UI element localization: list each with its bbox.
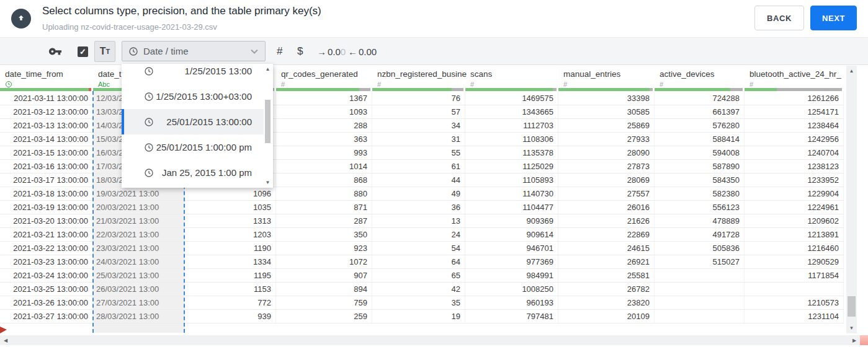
cell-date_t: 26/03/2021 13:00: [93, 283, 185, 296]
cell-manual_entries: 28090: [558, 146, 655, 159]
clock-icon: [144, 92, 154, 102]
text-type-glyph-small: T: [106, 48, 110, 55]
format-option-label: 25/01/2015 1:00:00 pm: [154, 142, 252, 152]
decimal-value: 0.0: [328, 46, 341, 57]
cell-date_time_from: 2021-03-22 13:00:00: [0, 242, 93, 255]
cell-manual_entries: 30585: [558, 105, 655, 118]
cell-col-2: 1153: [185, 283, 276, 296]
cell-manual_entries: 23820: [558, 296, 655, 309]
datetime-format-select[interactable]: Date / time: [122, 41, 266, 61]
cell-date_t: 21/03/2021 13:00: [93, 214, 185, 227]
error-marker-icon: [0, 327, 7, 333]
upload-status-text: Uploading nz-covid-tracer-usage-2021-03-…: [42, 22, 217, 32]
cell-active_devices: [655, 296, 745, 309]
cell-manual_entries: 33398: [558, 92, 655, 105]
cell-active_devices: 724288: [655, 92, 745, 105]
column-header-date_time_from[interactable]: date_time_from: [0, 65, 93, 91]
cell-bluetooth_active_24_hr_: 1242956: [745, 133, 844, 146]
cell-col-2: 1313: [185, 214, 276, 227]
cell-date_t: 20/03/2021 13:00: [93, 201, 185, 214]
scroll-right-icon[interactable]: ▶: [850, 338, 859, 343]
primary-key-icon[interactable]: [48, 38, 62, 65]
cell-col-2: 1334: [185, 255, 276, 268]
corner-indicator: [860, 335, 868, 345]
cell-date_t: 27/03/2021 13:00: [93, 296, 185, 309]
horizontal-scrollbar[interactable]: ◀ ▶: [0, 335, 868, 345]
next-button[interactable]: NEXT: [810, 6, 857, 30]
table-row: 2021-03-21 13:00:0022/03/2021 13:0012033…: [0, 228, 844, 242]
selection-dash-left: [92, 91, 94, 333]
number-type-icon[interactable]: #: [277, 38, 282, 65]
back-button[interactable]: BACK: [754, 6, 804, 30]
quality-bar-segment-green: [745, 88, 777, 91]
scroll-up-icon[interactable]: ▲: [846, 68, 857, 74]
quality-bar-segment-red: [89, 88, 91, 91]
cell-qr_codes_generated: 288: [276, 119, 372, 132]
column-header-bluetooth_active_24_hr_[interactable]: bluetooth_active_24_hr_#: [745, 65, 844, 91]
boolean-type-checkbox[interactable]: ✓: [78, 38, 88, 65]
datetime-format-option[interactable]: 25/01/2015 1:00:00 pm: [122, 134, 264, 160]
table-row: 2021-03-23 13:00:0024/03/2021 13:0013341…: [0, 255, 844, 269]
table-row: 2021-03-25 13:00:0026/03/2021 13:0011538…: [0, 283, 844, 296]
datetime-format-option[interactable]: 1/25/2015 13:00: [122, 64, 264, 84]
column-header-qr_codes_generated[interactable]: qr_codes_generated#: [276, 65, 372, 91]
column-header-active_devices[interactable]: active_devices#: [655, 65, 745, 91]
cell-date_time_from: 2021-03-26 13:00:00: [0, 296, 93, 309]
column-name: manual_entries: [563, 69, 620, 79]
cell-qr_codes_generated: 894: [276, 283, 372, 296]
arrow-left-icon: ←: [348, 46, 357, 57]
quality-bar-segment-gray: [777, 88, 842, 91]
cell-date_time_from: 2021-03-24 13:00:00: [0, 269, 93, 282]
decrease-decimal-button[interactable]: ←0.00: [348, 38, 377, 65]
quality-bar-segment-gray: [452, 88, 463, 91]
cell-date_time_from: 2021-03-13 13:00:00: [0, 119, 93, 132]
column-header-manual_entries[interactable]: manual_entries#: [558, 65, 655, 91]
cell-active_devices: 505836: [655, 242, 745, 255]
cell-date_time_from: 2021-03-12 13:00:00: [0, 105, 93, 118]
cell-active_devices: 478889: [655, 214, 745, 227]
cell-active_devices: 515027: [655, 255, 745, 268]
increase-decimal-button[interactable]: →0.00: [317, 38, 346, 65]
cell-active_devices: 594008: [655, 146, 745, 159]
cell-scans: 1112703: [465, 119, 558, 132]
quality-bar-segment-green: [276, 88, 359, 91]
vertical-scrollbar-thumb[interactable]: [848, 296, 856, 317]
cell-active_devices: [655, 269, 745, 282]
cell-scans: 1135378: [465, 146, 558, 159]
scroll-down-icon[interactable]: ▼: [846, 325, 857, 331]
text-type-button[interactable]: TT: [94, 41, 115, 62]
cell-date_t: 19/03/2021 13:00: [93, 187, 185, 200]
cell-scans: 1105893: [465, 174, 558, 187]
currency-type-icon[interactable]: $: [297, 38, 303, 65]
column-quality-bar: [372, 88, 464, 91]
scroll-left-icon[interactable]: ◀: [1, 338, 10, 343]
cell-col-2: 772: [185, 296, 276, 309]
datetime-format-option[interactable]: 25/01/2015 13:00:00: [122, 109, 264, 134]
number-type-label: #: [749, 81, 753, 88]
chevron-down-icon: [250, 48, 259, 55]
cell-bluetooth_active_24_hr_: 1233952: [745, 174, 844, 187]
datetime-format-option[interactable]: 1/25/2015 13:00+03:00: [122, 84, 264, 109]
cell-date_time_from: 2021-03-11 13:00:00: [0, 92, 93, 105]
column-header-nzbn_registered_busine[interactable]: nzbn_registered_busine#: [372, 65, 465, 91]
cell-active_devices: 556123: [655, 201, 745, 214]
scroll-down-icon[interactable]: ▼: [264, 180, 272, 185]
column-type-toolbar: ✓ TT Date / time # $ →0.00 ←0.00: [0, 38, 868, 65]
scroll-up-icon[interactable]: ▲: [264, 66, 272, 72]
cell-nzbn_registered_busine: 34: [372, 119, 465, 132]
cell-scans: 984991: [465, 269, 558, 282]
cell-active_devices: 491728: [655, 228, 745, 241]
dropdown-scrollbar-thumb[interactable]: [265, 100, 271, 143]
datetime-format-option[interactable]: Jan 25, 2015 1:00 pm: [122, 160, 264, 185]
cell-col-2: 1203: [185, 228, 276, 241]
cell-scans: 1104477: [465, 201, 558, 214]
column-header-scans[interactable]: scans#: [465, 65, 558, 91]
cell-bluetooth_active_24_hr_: 1238464: [745, 119, 844, 132]
column-name: date_time_from: [5, 69, 63, 79]
dropdown-scrollbar[interactable]: ▲ ▼: [264, 65, 272, 187]
cell-manual_entries: 21626: [558, 214, 655, 227]
vertical-scrollbar[interactable]: ▲ ▼: [846, 66, 857, 333]
cell-nzbn_registered_busine: 35: [372, 296, 465, 309]
format-option-label: 25/01/2015 13:00:00: [154, 116, 252, 127]
quality-bar-segment-green: [558, 88, 650, 91]
